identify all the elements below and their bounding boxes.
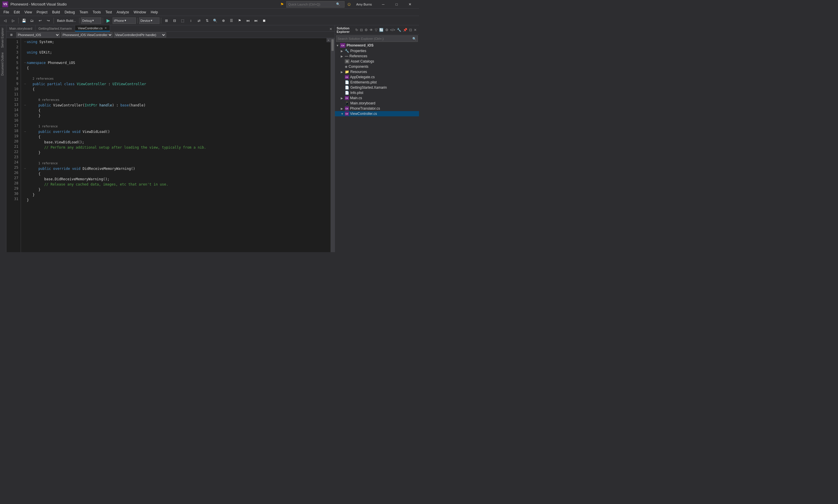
toolbar-save-all-btn[interactable]: 🗂 xyxy=(28,17,36,24)
tree-item-root[interactable]: ▼ C# Phoneword_iOS xyxy=(335,42,419,48)
tree-item-components[interactable]: ◈ Components xyxy=(335,64,419,69)
menu-team[interactable]: Team xyxy=(77,9,90,15)
minimize-button[interactable]: ─ xyxy=(376,0,390,9)
line-numbers: 12345 678910 1112131415 1617181920 21222… xyxy=(6,38,21,252)
fold-btn-1[interactable]: − xyxy=(23,39,27,44)
tree-item-infoplist[interactable]: 📄 Info.plist xyxy=(335,90,419,95)
se-btn-close[interactable]: ✕ xyxy=(413,27,417,33)
tree-label-root: Phoneword_iOS xyxy=(346,43,374,48)
member-path-dropdown[interactable]: Phoneword_iOS.ViewController xyxy=(61,32,113,37)
se-btn-sync[interactable]: ↻ xyxy=(355,27,359,33)
menu-analyze[interactable]: Analyze xyxy=(114,9,131,15)
se-btn-preview[interactable]: 👁 xyxy=(369,27,374,33)
toolbar-btn3[interactable]: ⬚ xyxy=(179,17,186,24)
tree-item-phonetranslator[interactable]: ▶ C# PhoneTranslator.cs xyxy=(335,106,419,111)
tree-item-entitlements[interactable]: 📄 Entitlements.plist xyxy=(335,80,419,85)
toolbar-btn2[interactable]: ⊟ xyxy=(171,17,178,24)
se-btn-code[interactable]: </> xyxy=(390,27,396,33)
fold-btn-5[interactable]: − xyxy=(23,60,27,66)
platform-dropdown[interactable]: iPhone ▾ xyxy=(113,17,136,24)
tree-item-maincs[interactable]: ▶ C# Main.cs xyxy=(335,95,419,101)
phonetranslator-icon: C# xyxy=(345,106,349,110)
toolbar-btn7[interactable]: 🔍 xyxy=(212,17,219,24)
fold-btn-13[interactable]: − xyxy=(23,103,27,108)
toolbar-back-btn[interactable]: ◁ xyxy=(1,17,9,24)
editor-nav-bar: ⊞ Phoneword_iOS Phoneword_iOS.ViewContro… xyxy=(6,32,335,38)
toolbar-btn10[interactable]: ⚑ xyxy=(236,17,244,24)
sidebar-tab-document-outline[interactable]: Document Outline xyxy=(0,50,6,78)
fold-btn-25[interactable]: − xyxy=(23,166,27,171)
appdelegate-cs-icon: C# xyxy=(345,75,349,79)
se-search-box[interactable]: 🔍 xyxy=(336,35,418,42)
menu-window[interactable]: Window xyxy=(131,9,148,15)
tree-arrow-phonetranslator: ▶ xyxy=(341,107,344,110)
menu-debug[interactable]: Debug xyxy=(62,9,77,15)
tab-main-storyboard[interactable]: Main.storyboard xyxy=(6,25,36,31)
maximize-button[interactable]: □ xyxy=(390,0,403,9)
expand-toggle-btn[interactable]: ⊞ xyxy=(7,31,15,39)
menu-edit[interactable]: Edit xyxy=(11,9,22,15)
class-path-dropdown[interactable]: Phoneword_iOS xyxy=(16,32,60,37)
fold-btn-18[interactable]: − xyxy=(23,129,27,134)
toolbar-btn4[interactable]: ↕ xyxy=(187,17,195,24)
toolbar-btn6[interactable]: ⇅ xyxy=(203,17,211,24)
tree-item-resources[interactable]: ▶ 📁 Resources xyxy=(335,69,419,74)
se-btn-settings[interactable]: ⚙ xyxy=(385,27,389,33)
tree-item-mainstoryboard[interactable]: 📱 Main.storyboard xyxy=(335,101,419,106)
toolbar-btn13[interactable]: ⏹ xyxy=(261,17,268,24)
tree-item-asset-catalogs[interactable]: ⊞ Asset Catalogs xyxy=(335,59,419,64)
se-btn-refresh[interactable]: 🔄 xyxy=(378,27,384,33)
method-path-dropdown[interactable]: ViewController(IntPtr handle) xyxy=(114,32,166,37)
device-dropdown[interactable]: Device ▾ xyxy=(139,17,159,24)
se-search-input[interactable] xyxy=(338,37,412,40)
tree-item-gettingstarted[interactable]: 📄 GettingStarted.Xamarin xyxy=(335,85,419,90)
toolbar-btn9[interactable]: ☰ xyxy=(228,17,235,24)
se-btn-filter[interactable]: ▽ xyxy=(374,27,378,33)
toolbar-save-btn[interactable]: 💾 xyxy=(20,17,28,24)
quick-launch-input[interactable] xyxy=(288,3,335,6)
toolbar-forward-btn[interactable]: ▷ xyxy=(9,17,17,24)
toolbar-btn11[interactable]: ⏮ xyxy=(244,17,252,24)
search-box[interactable]: 🔍 xyxy=(286,1,344,7)
toolbar-btn1[interactable]: ⊞ xyxy=(163,17,170,24)
toolbar-btn8[interactable]: ⊕ xyxy=(220,17,227,24)
se-btn-properties[interactable]: ⚙ xyxy=(364,27,368,33)
menu-help[interactable]: Help xyxy=(148,9,160,15)
menu-view[interactable]: View xyxy=(22,9,34,15)
tab-viewcontroller[interactable]: ViewController.cs ✕ xyxy=(75,25,110,31)
se-btn-collapse[interactable]: ⊟ xyxy=(359,27,363,33)
toolbar-redo-btn[interactable]: ↪ xyxy=(44,17,52,24)
tree-item-viewcontroller[interactable]: ▼ C# ViewController.cs xyxy=(335,111,419,116)
batch-build-btn[interactable]: Batch Build... xyxy=(55,17,78,24)
se-btn-float[interactable]: ⊡ xyxy=(409,27,413,33)
fold-btn-9[interactable]: − xyxy=(23,82,27,87)
solution-explorer-header: Solution Explorer ↻ ⊟ ⚙ 👁 ▽ 🔄 ⚙ </> 🔧 📌 … xyxy=(335,25,419,35)
sidebar-tab-server-explorer[interactable]: Server Explorer xyxy=(0,25,6,50)
se-btn-pin[interactable]: 📌 xyxy=(403,27,408,33)
menu-test[interactable]: Test xyxy=(103,9,114,15)
solution-tree: ▼ C# Phoneword_iOS ▶ 🔧 Properties ▶ — Re… xyxy=(335,42,419,252)
title-bar: VS Phoneword - Microsoft Visual Studio ⚑… xyxy=(0,0,419,9)
project-icon: C# xyxy=(340,43,345,48)
menu-tools[interactable]: Tools xyxy=(90,9,103,15)
debug-config-dropdown[interactable]: Debug ▾ xyxy=(81,17,101,24)
device-label: Device xyxy=(141,19,150,22)
properties-icon: 🔧 xyxy=(345,49,349,53)
tab-close-icon[interactable]: ✕ xyxy=(105,26,107,30)
tree-item-references[interactable]: ▶ — References xyxy=(335,54,419,59)
menu-file[interactable]: File xyxy=(1,9,11,15)
code-content[interactable]: −using System; using UIKit; −namespace P… xyxy=(21,38,331,252)
tree-item-properties[interactable]: ▶ 🔧 Properties xyxy=(335,48,419,54)
toolbar-btn5[interactable]: ⇄ xyxy=(195,17,203,24)
menu-project[interactable]: Project xyxy=(34,9,50,15)
run-button[interactable]: ▶ xyxy=(105,17,112,24)
editor-collapse-btn[interactable]: + xyxy=(326,38,331,42)
tree-item-appdelegate[interactable]: C# AppDelegate.cs xyxy=(335,74,419,80)
toolbar-undo-btn[interactable]: ↩ xyxy=(36,17,44,24)
vs-logo: VS xyxy=(2,1,8,7)
toolbar-btn12[interactable]: ⏭ xyxy=(252,17,260,24)
close-button[interactable]: ✕ xyxy=(403,0,417,9)
se-btn-wrench[interactable]: 🔧 xyxy=(396,27,402,33)
tab-getting-started[interactable]: GettingStarted.Xamarin xyxy=(36,25,75,31)
menu-build[interactable]: Build xyxy=(50,9,62,15)
